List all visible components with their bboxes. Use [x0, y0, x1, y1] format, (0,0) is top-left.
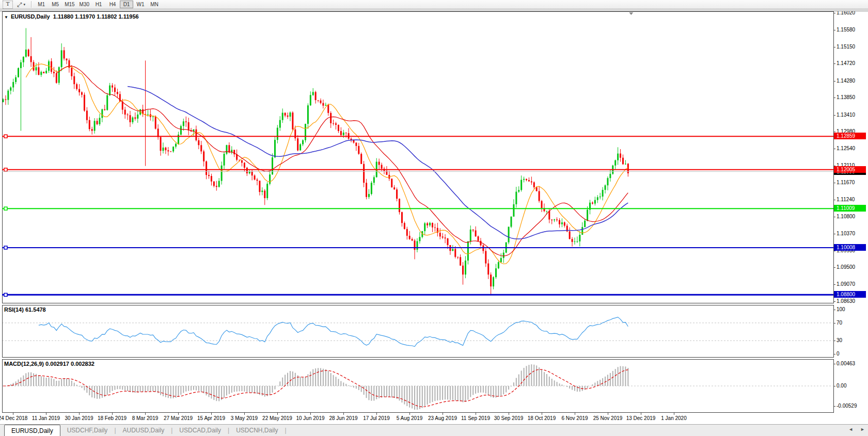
macd-current-values: 0.002917 0.002832 [45, 361, 94, 367]
price-tick-mark [833, 234, 835, 234]
date-tick-label: 18 Oct 2019 [528, 415, 556, 421]
rsi-label: RSI(14) 61.5478 [4, 306, 46, 313]
price-tick-label: 1.15580 [837, 27, 855, 33]
macd-label: MACD(12,26,9) 0.002917 0.002832 [4, 361, 94, 367]
timeframe-m30[interactable]: M30 [77, 1, 91, 8]
price-tick-mark [833, 251, 835, 251]
tab-usdcnh[interactable]: USDCNH,Daily [229, 425, 285, 435]
price-tick-label: 1.13410 [837, 112, 855, 118]
timeframe-m15[interactable]: M15 [62, 1, 76, 8]
chart-ohlc-values: 1.11880 1.11970 1.11802 1.11956 [53, 13, 139, 20]
price-tick-label: 1.09070 [837, 281, 855, 287]
date-tick-label: 11 Sep 2019 [461, 415, 490, 421]
price-tick-mark [833, 98, 835, 98]
date-tick-mark [46, 413, 46, 415]
price-tick-mark [833, 47, 835, 47]
date-tick-label: 10 Jun 2019 [296, 415, 324, 421]
date-tick-label: 22 May 2019 [262, 415, 292, 421]
date-tick-mark [575, 413, 575, 415]
rsi-layer [2, 317, 833, 347]
price-tick-label: 1.14280 [837, 78, 855, 84]
timeframe-h1[interactable]: H1 [92, 1, 105, 8]
price-tick-label: 1.08630 [837, 298, 855, 304]
price-tick-mark [833, 132, 835, 132]
date-tick-mark [244, 413, 245, 415]
cursor-tool-button[interactable]: ⤢ ▾ [17, 2, 25, 8]
rsi-tick-mark [833, 310, 835, 310]
date-tick-mark [409, 413, 410, 415]
date-tick-mark [178, 413, 179, 415]
timeframe-m1[interactable]: M1 [35, 1, 48, 8]
diagonal-arrows-icon: ⤢ [17, 2, 22, 8]
timeframe-m5[interactable]: M5 [49, 1, 62, 8]
level-price-label: 1.08800 [834, 291, 866, 298]
date-tick-mark [641, 413, 641, 415]
timeframe-mn[interactable]: MN [148, 1, 161, 8]
date-tick-mark [13, 413, 13, 415]
date-tick-label: 18 Feb 2019 [98, 415, 127, 421]
price-tick-mark [833, 284, 835, 285]
date-tick-label: 1 Jan 2020 [661, 415, 687, 421]
timeframe-d1[interactable]: D1 [120, 1, 133, 8]
date-tick-label: 8 Mar 2019 [132, 415, 159, 421]
level-price-label: 1.12859 [834, 133, 866, 139]
date-tick-label: 5 Aug 2019 [397, 415, 423, 421]
date-tick-mark [674, 413, 674, 415]
timeframe-w1[interactable]: W1 [134, 1, 147, 8]
price-tick-mark [833, 13, 835, 13]
level-price-label: 1.11009 [834, 205, 866, 212]
toolbar-separator [31, 1, 32, 8]
date-tick-mark [376, 413, 377, 415]
date-tick-mark [310, 413, 311, 415]
chart-symbol: EURUSD,Daily [11, 13, 50, 20]
price-tick-label: 1.13850 [837, 94, 855, 101]
chevron-down-icon[interactable]: ▾ [24, 3, 26, 7]
date-tick-mark [112, 413, 113, 415]
date-tick-mark [509, 413, 509, 415]
price-tick-mark [833, 81, 835, 82]
level-price-label: 1.10008 [834, 244, 866, 251]
date-tick-mark [277, 413, 278, 415]
date-tick-label: 3 May 2019 [231, 415, 258, 421]
macd-tick-mark [833, 364, 835, 364]
moving-averages-layer [26, 64, 628, 264]
date-tick-label: 27 Mar 2019 [164, 415, 193, 421]
scroll-left-icon[interactable]: ◄ [848, 427, 853, 432]
macd-name: MACD(12,26,9) [4, 361, 44, 367]
price-tick-mark [833, 267, 835, 268]
date-tick-label: 25 Nov 2019 [593, 415, 623, 421]
rsi-tick-label: 0 [837, 351, 840, 357]
chart-canvas[interactable] [0, 0, 868, 436]
collapse-caret-icon[interactable]: ▼ [4, 15, 8, 20]
top-toolbar: T ⤢ ▾ M1M5M15M30H1H4D1W1MN [0, 0, 868, 9]
chart-tab-bar: EURUSD,DailyUSDCHF,Daily|AUDUSD,Daily|US… [0, 424, 868, 436]
tab-usdchf[interactable]: USDCHF,Daily [60, 425, 115, 435]
rsi-tick-mark [833, 354, 835, 354]
price-tick-label: 1.11240 [837, 197, 855, 203]
date-tick-label: 30 Sep 2019 [494, 415, 524, 421]
price-tick-mark [833, 63, 835, 64]
rsi-name: RSI(14) [4, 306, 24, 313]
price-tick-mark [833, 301, 835, 302]
timeframe-h4[interactable]: H4 [106, 1, 119, 8]
date-tick-mark [443, 413, 443, 415]
tab-eurusd[interactable]: EURUSD,Daily [4, 425, 60, 436]
date-tick-mark [79, 413, 80, 415]
price-tick-mark [833, 217, 835, 217]
level-price-label: 1.12005 [834, 166, 866, 173]
date-tick-mark [211, 413, 212, 415]
price-tick-mark [833, 115, 835, 116]
chart-title: ▼EURUSD,Daily 1.11880 1.11970 1.11802 1.… [4, 13, 139, 20]
date-tick-mark [542, 413, 542, 415]
date-tick-label: 17 Jul 2019 [363, 415, 390, 421]
scroll-right-icon[interactable]: ► [860, 427, 865, 432]
price-tick-label: 1.10370 [837, 231, 855, 237]
tab-separator: | [285, 427, 286, 434]
date-tick-label: 6 Nov 2019 [561, 415, 588, 421]
text-tool-icon[interactable]: T [3, 1, 13, 9]
tab-audusd[interactable]: AUDUSD,Daily [116, 425, 171, 435]
timeframe-group: M1M5M15M30H1H4D1W1MN [35, 1, 161, 8]
macd-tick-label: -0.00529 [837, 403, 857, 409]
tab-usdcad[interactable]: USDCAD,Daily [172, 425, 228, 435]
rsi-tick-mark [833, 341, 835, 341]
